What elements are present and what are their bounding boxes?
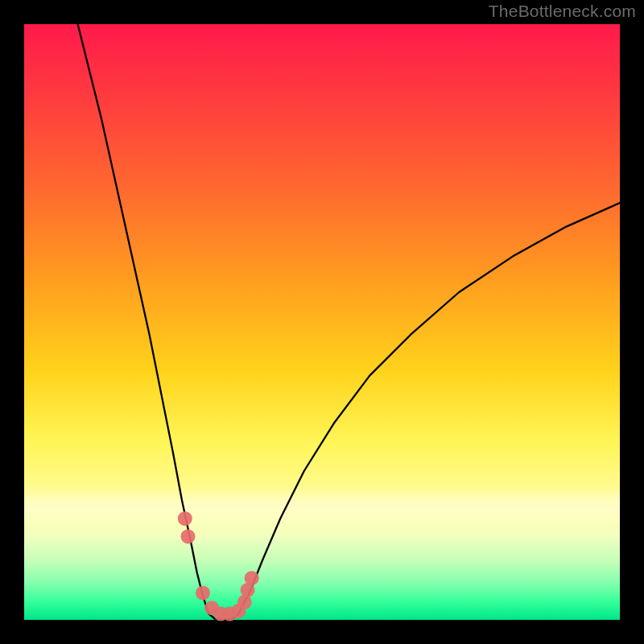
plot-area [24, 24, 620, 620]
data-marker [181, 529, 196, 543]
curve-line [78, 24, 620, 620]
data-marker [245, 571, 259, 585]
data-marker [178, 511, 192, 526]
chart-svg [24, 24, 620, 620]
marker-cluster [178, 511, 259, 621]
chart-frame: TheBottleneck.com [0, 0, 644, 644]
watermark-text: TheBottleneck.com [489, 2, 636, 21]
data-marker [196, 586, 210, 601]
